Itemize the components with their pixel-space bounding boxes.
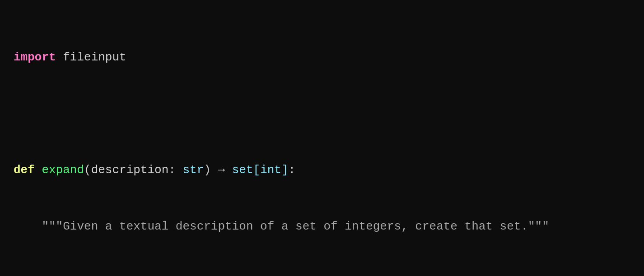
line-docstring: """Given a textual description of a set … (14, 217, 630, 236)
return-type: set[int] (232, 163, 289, 177)
colon: : (289, 163, 296, 177)
module-fileinput: fileinput (56, 51, 126, 64)
keyword-import: import (14, 51, 56, 64)
param-open: (description: (84, 163, 182, 177)
line-start-end: start, end = map(int, description.split(… (14, 273, 630, 276)
line-import: import fileinput (14, 48, 630, 67)
keyword-def: def (14, 163, 35, 177)
arrow-return: ) → (204, 163, 232, 177)
type-str: str (182, 163, 204, 177)
code-display: import fileinput def expand(description:… (14, 11, 630, 276)
func-name-expand: expand (42, 163, 84, 177)
docstring-text: """Given a textual description of a set … (14, 220, 549, 233)
space (35, 163, 42, 177)
line-def: def expand(description: str) → set[int]: (14, 161, 630, 180)
line-blank-1 (14, 105, 630, 124)
